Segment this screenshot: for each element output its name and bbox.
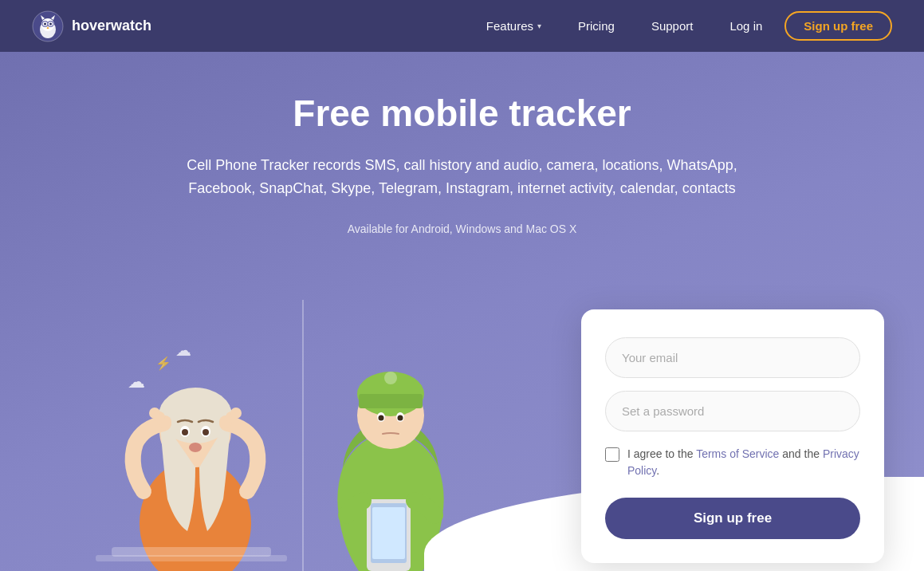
navbar: hoverwatch Features ▾ Pricing Support Lo… [0, 0, 924, 52]
svg-text:☁: ☁ [128, 372, 145, 392]
hero-illustration: ☁ ⚡ ☁ [48, 276, 542, 571]
features-chevron-icon: ▾ [537, 22, 541, 30]
terms-of-service-link[interactable]: Terms of Service [696, 447, 779, 460]
nav-menu: Features ▾ Pricing Support Log in Sign u… [472, 11, 892, 41]
signup-button[interactable]: Sign up free [605, 498, 860, 539]
brand-logo-link[interactable]: hoverwatch [32, 10, 151, 42]
svg-rect-34 [359, 394, 423, 408]
owl-logo-icon [32, 10, 64, 42]
svg-point-18 [182, 429, 188, 435]
password-form-group [605, 391, 860, 431]
nav-signup-button[interactable]: Sign up free [784, 11, 892, 41]
svg-point-26 [230, 408, 242, 419]
svg-point-35 [384, 372, 397, 384]
hero-title: Free mobile tracker [159, 92, 765, 135]
hero-subtitle: Cell Phone Tracker records SMS, call his… [159, 154, 765, 200]
svg-point-19 [202, 429, 209, 435]
svg-point-38 [379, 415, 384, 421]
brand-name: hoverwatch [72, 18, 151, 34]
svg-point-23 [149, 408, 160, 419]
email-form-group [605, 337, 860, 378]
svg-point-39 [398, 415, 403, 421]
hero-available-text: Available for Android, Windows and Mac O… [159, 222, 765, 235]
hero-text-block: Free mobile tracker Cell Phone Tracker r… [144, 52, 781, 259]
hero-section: Free mobile tracker Cell Phone Tracker r… [0, 52, 924, 571]
svg-text:⚡: ⚡ [155, 356, 171, 371]
svg-rect-31 [96, 555, 287, 561]
nav-features[interactable]: Features ▾ [472, 13, 556, 39]
terms-checkbox[interactable] [605, 447, 619, 462]
svg-text:☁: ☁ [175, 341, 191, 359]
svg-point-7 [44, 22, 46, 25]
svg-rect-42 [372, 507, 405, 559]
svg-point-20 [189, 443, 202, 452]
nav-login[interactable]: Log in [715, 13, 777, 39]
terms-checkbox-row: I agree to the Terms of Service and the … [605, 446, 860, 479]
email-input[interactable] [605, 337, 860, 378]
terms-label[interactable]: I agree to the Terms of Service and the … [627, 446, 860, 479]
password-input[interactable] [605, 391, 860, 431]
nav-support[interactable]: Support [637, 13, 708, 39]
nav-pricing[interactable]: Pricing [564, 13, 629, 39]
svg-point-8 [49, 22, 52, 25]
signup-card: I agree to the Terms of Service and the … [581, 309, 884, 563]
